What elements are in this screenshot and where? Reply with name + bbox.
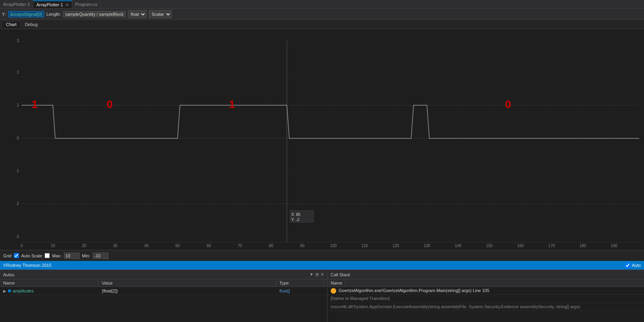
- tab-label: Program.cs: [75, 2, 97, 7]
- auto-scale-checkbox[interactable]: [45, 253, 50, 258]
- pin-icon[interactable]: ▼: [309, 272, 314, 277]
- callstack-header: Call Stack: [328, 270, 644, 279]
- chart-controls: Grid Auto Scale Max: 10 Min: -10: [0, 250, 644, 261]
- svg-text:-1: -1: [15, 169, 19, 173]
- max-input[interactable]: 10: [64, 253, 80, 259]
- col-value: Value: [99, 279, 276, 287]
- svg-text:130: 130: [424, 244, 431, 248]
- tab-bar: ArrayPlotter 2 ArrayPlotter 1 ✕ Program.…: [0, 0, 644, 9]
- svg-text:Y: -2: Y: -2: [291, 218, 300, 222]
- tab-debug[interactable]: Debug: [21, 21, 41, 28]
- bottom-panels: Autos ▼ ⊞ ✕ Name Value Type ▶ amplitudes…: [0, 270, 644, 322]
- svg-text:170: 170: [549, 244, 555, 248]
- tab-chart[interactable]: Chart: [2, 21, 21, 28]
- svg-text:30: 30: [113, 244, 118, 248]
- min-input[interactable]: -10: [93, 253, 109, 259]
- svg-text:190: 190: [611, 244, 618, 248]
- svg-text:160: 160: [517, 244, 524, 248]
- autos-panel: Autos ▼ ⊞ ✕ Name Value Type ▶ amplitudes…: [0, 270, 328, 322]
- close-panel-icon[interactable]: ✕: [320, 272, 324, 277]
- svg-text:0: 0: [505, 98, 511, 110]
- svg-text:0: 0: [21, 244, 23, 248]
- svg-text:150: 150: [486, 244, 493, 248]
- svg-text:0: 0: [17, 136, 19, 140]
- svg-text:1: 1: [17, 103, 19, 107]
- svg-text:10: 10: [51, 244, 55, 248]
- toolbar: Y: &outputSignal[0] Length: sampleQuanti…: [0, 9, 644, 20]
- svg-text:1: 1: [32, 98, 38, 110]
- copyright-text: ©Rodney Thomson 2015: [3, 263, 51, 268]
- callstack-row-1: [Native to Managed Transition]: [328, 295, 644, 303]
- callstack-text-2: mscorlib.dll!System.AppDomain.ExecuteAss…: [331, 304, 580, 310]
- tab-arrayplotter2[interactable]: ArrayPlotter 2: [0, 0, 33, 8]
- scalar-select[interactable]: Scalar: [149, 10, 172, 18]
- grid-label: Grid: [3, 253, 11, 258]
- col-type: Type: [276, 279, 324, 287]
- svg-text:X: 85: X: 85: [291, 212, 301, 217]
- length-label: Length:: [47, 12, 61, 17]
- svg-text:60: 60: [206, 244, 211, 248]
- auto-label: Auto: [632, 263, 641, 268]
- expand-icon[interactable]: ▶: [3, 289, 6, 293]
- svg-text:1: 1: [229, 98, 235, 110]
- row-type: float[]: [276, 288, 324, 294]
- length-value: sampleQuantity / sampleBlock: [63, 11, 125, 17]
- svg-text:2: 2: [17, 70, 19, 74]
- table-row[interactable]: ▶ amplitudes {float[2]} float[]: [0, 287, 327, 295]
- max-label: Max:: [52, 253, 62, 258]
- min-label: Min:: [82, 253, 90, 258]
- col-name: Name: [0, 279, 99, 287]
- chart-svg: 3 2 1 0 -1 -2 -3 0 10 20 30 40 50 60 70 …: [0, 29, 644, 250]
- variable-icon: [8, 289, 11, 292]
- svg-text:40: 40: [144, 244, 149, 248]
- tab-chart-label: Chart: [6, 22, 17, 27]
- autos-panel-icons: ▼ ⊞ ✕: [309, 272, 324, 277]
- tab-debug-label: Debug: [25, 22, 37, 27]
- chart-area[interactable]: 3 2 1 0 -1 -2 -3 0 10 20 30 40 50 60 70 …: [0, 29, 644, 250]
- callstack-col-name: Name: [328, 279, 346, 287]
- autos-title: Autos: [3, 272, 14, 277]
- callstack-table-header: Name: [328, 279, 644, 287]
- svg-rect-0: [0, 29, 644, 250]
- svg-text:90: 90: [300, 244, 305, 248]
- row-name: ▶ amplitudes: [0, 288, 99, 294]
- svg-text:120: 120: [393, 244, 399, 248]
- tab-label: ArrayPlotter 2: [3, 2, 30, 7]
- svg-text:80: 80: [269, 244, 273, 248]
- y-label: Y:: [2, 12, 6, 17]
- callstack-title: Call Stack: [331, 272, 350, 277]
- svg-text:140: 140: [455, 244, 462, 248]
- row-name-text: amplitudes: [13, 288, 34, 293]
- tab-programcs[interactable]: Program.cs: [72, 0, 101, 8]
- auto-section: Auto: [625, 263, 641, 268]
- dock-icon[interactable]: ⊞: [315, 272, 319, 277]
- tab-close-button[interactable]: ✕: [66, 3, 69, 7]
- row-value: {float[2]}: [99, 288, 276, 294]
- chart-tab-bar: Chart Debug: [0, 20, 644, 29]
- autos-table-header: Name Value Type: [0, 279, 327, 287]
- svg-text:3: 3: [17, 39, 19, 43]
- svg-text:-3: -3: [15, 235, 19, 239]
- callstack-text-1: [Native to Managed Transition]: [331, 296, 389, 302]
- svg-text:100: 100: [330, 244, 337, 248]
- svg-text:-2: -2: [15, 201, 19, 206]
- callstack-text-0: GoertzelAlgorithm.exe!GoertzelAlgorithm.…: [339, 288, 489, 294]
- callstack-row-0[interactable]: GoertzelAlgorithm.exe!GoertzelAlgorithm.…: [328, 287, 644, 295]
- svg-text:110: 110: [361, 244, 368, 248]
- auto-checkbox[interactable]: [625, 263, 630, 268]
- type-select[interactable]: float: [128, 10, 146, 18]
- y-value[interactable]: &outputSignal[0]: [8, 11, 44, 17]
- breakpoint-icon: [331, 288, 336, 294]
- autos-panel-header: Autos ▼ ⊞ ✕: [0, 270, 327, 279]
- grid-checkbox[interactable]: [14, 253, 19, 258]
- footer: ©Rodney Thomson 2015 Auto: [0, 261, 644, 270]
- svg-text:0: 0: [107, 98, 113, 110]
- svg-text:70: 70: [238, 244, 242, 248]
- tab-label: ArrayPlotter 1: [36, 2, 63, 7]
- svg-text:50: 50: [175, 244, 180, 248]
- tab-arrayplotter1[interactable]: ArrayPlotter 1 ✕: [33, 0, 72, 8]
- callstack-row-2: mscorlib.dll!System.AppDomain.ExecuteAss…: [328, 303, 644, 311]
- auto-scale-label: Auto Scale: [21, 253, 42, 258]
- svg-text:180: 180: [580, 244, 586, 248]
- svg-text:20: 20: [82, 244, 86, 248]
